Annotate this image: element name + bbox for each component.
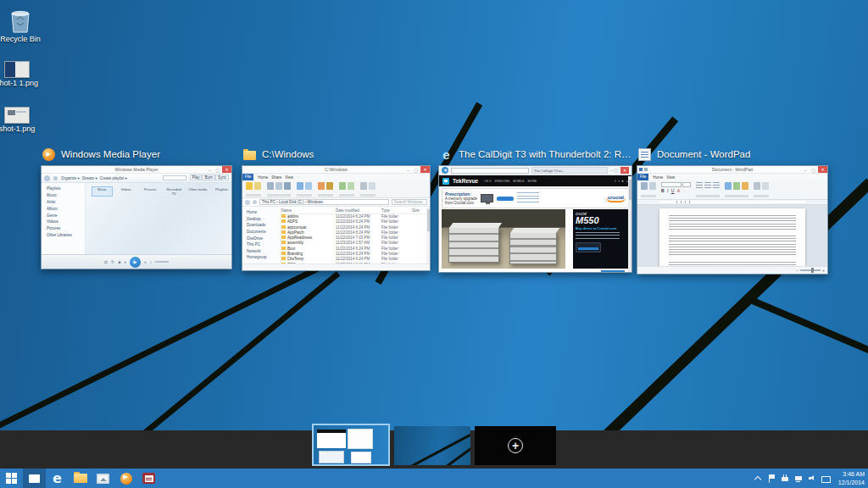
windows-logo-icon <box>6 473 17 484</box>
internet-explorer-icon: e <box>440 148 453 161</box>
scrollbar <box>628 176 632 272</box>
crucial-m550-ad: crucial M550 Buy direct at Crucial.com <box>573 209 629 269</box>
taskview-thumbnail-wmp[interactable]: Windows Media Player Windows Media Playe… <box>41 146 232 269</box>
wordpad-ribbon: B I U A <box>637 180 827 200</box>
tray-date: 12/1/2014 <box>838 479 865 486</box>
zoom-slider: −+ <box>796 269 825 272</box>
wmp-window-preview: Windows Media Player– ▢✕ Organize ▾Strea… <box>41 165 232 269</box>
start-button[interactable] <box>0 469 23 488</box>
wmp-category-tile: Recorded TV <box>164 187 184 196</box>
thumbnail-title: The CalDigit T3 with Thunderbolt 2: Revi… <box>459 149 632 159</box>
explorer-address-bar: This PC › Local Disk (C:) › Windows Sear… <box>242 198 430 207</box>
monitor-graphic <box>481 194 493 202</box>
taskbar-clock[interactable]: 3:46 AM 12/1/2014 <box>835 470 865 486</box>
taskbar-icon-internet-explorer[interactable]: e <box>46 469 69 488</box>
plus-icon: + <box>508 438 523 453</box>
wmp-category-tile: Playlists <box>212 187 231 196</box>
network-icon[interactable] <box>794 474 803 483</box>
tray-time: 3:46 AM <box>838 470 865 478</box>
thumbnail-title: Document - WordPad <box>657 149 750 159</box>
taskbar: e 3:46 AM 12/1/2014 <box>0 469 868 488</box>
taskbar-icon-wordpad[interactable] <box>137 469 160 488</box>
wallpaper-beam <box>0 258 337 432</box>
wallpaper-beam <box>751 297 868 353</box>
thumbnail-titlebar: Windows Media Player <box>41 146 232 163</box>
wordpad-page <box>659 208 805 266</box>
desktop-screen: Recycle Bin shot-1 1.png shot-1.png Wind… <box>0 0 868 488</box>
desktop-icon-recycle-bin[interactable]: Recycle Bin <box>0 5 47 44</box>
wmp-icon <box>120 473 132 485</box>
volume-icon[interactable] <box>808 474 816 483</box>
recycle-bin-icon <box>0 5 47 34</box>
explorer-search-box: Search Windows <box>392 199 427 205</box>
wordpad-status-bar: −+ <box>637 266 827 274</box>
wmp-play-button: ▶ <box>130 257 141 268</box>
taskbar-icon-photos[interactable] <box>92 469 114 488</box>
search-heading: SEARCH <box>444 271 470 273</box>
task-view-icon <box>29 474 40 483</box>
ie-tab: The CalDigit T3 wi... <box>531 167 608 174</box>
desktop-icon-shot-1[interactable]: shot-1.png <box>0 95 44 134</box>
caldigit-article-photo <box>442 209 565 269</box>
power-icon[interactable] <box>781 474 789 483</box>
explorer-window-preview: C:\Windows– ▢✕ File HomeShareView This P… <box>242 165 431 271</box>
task-view-button[interactable] <box>23 469 46 488</box>
wmp-library-area: Music Videos Pictures Recorded TV Other … <box>86 183 231 254</box>
desktop-icon-label: shot-1.png <box>0 125 44 134</box>
add-desktop-button[interactable]: + <box>475 426 556 465</box>
wordpad-window-preview: Document - WordPad– ▢✕ File HomeView B I… <box>637 165 828 274</box>
wmp-toolbar: Organize ▾Stream ▾Create playlist ▾ Play… <box>42 174 231 183</box>
photos-icon <box>97 474 109 484</box>
wmp-category-tile: Pictures <box>140 187 159 196</box>
wordpad-document-area <box>637 205 827 266</box>
wordpad-icon <box>638 148 651 161</box>
thumbnail-titlebar: C:\Windows <box>242 146 431 163</box>
action-center-flag-icon[interactable] <box>767 474 776 483</box>
wordpad-icon <box>142 473 155 484</box>
ssd-graphic <box>576 242 601 252</box>
explorer-status-bar <box>242 263 430 270</box>
folder-icon <box>74 474 87 483</box>
thumbnail-title: C:\Windows <box>262 149 314 159</box>
back-icon: ◀ <box>442 167 448 174</box>
tekrevue-header: TekRevue OS XWINDOWSMOBILEMORE ft♦⌂ <box>439 175 632 186</box>
explorer-ribbon <box>242 180 430 198</box>
taskview-thumbnail-wordpad[interactable]: Document - WordPad Document - WordPad– ▢… <box>637 146 828 274</box>
social-icons: ft♦⌂ <box>615 179 628 183</box>
taskbar-icon-file-explorer[interactable] <box>69 469 92 488</box>
tekrevue-logo-icon <box>442 178 449 185</box>
desktop-thumbnail-1-selected[interactable] <box>312 424 390 466</box>
wmp-sidebar: PlaylistsMusicArtistAlbumGenreVideosPict… <box>42 183 86 254</box>
crucial-ad-banner: Prescription: A memory upgrade from Cruc… <box>442 188 629 208</box>
desktop-icon-label: shot-1 1.png <box>0 80 44 88</box>
explorer-nav-pane: HomeDesktopDownloadsDocumentsOneDriveThi… <box>242 208 281 263</box>
wmp-icon <box>42 148 55 161</box>
show-hidden-icons-chevron[interactable] <box>754 474 762 483</box>
wmp-search-box <box>163 175 186 180</box>
image-file-icon <box>4 61 30 78</box>
image-file-icon <box>4 107 30 124</box>
thumbnail-titlebar: Document - WordPad <box>637 146 828 163</box>
desktop-icon-label: Recycle Bin <box>0 36 47 44</box>
wmp-category-tile: Music <box>92 187 112 196</box>
wmp-playback-controls: ⇄↻■« ▶ »♪ <box>42 254 231 269</box>
taskview-thumbnail-ie[interactable]: e The CalDigit T3 with Thunderbolt 2: Re… <box>438 146 632 273</box>
wmp-category-tile: Videos <box>116 187 136 196</box>
touch-keyboard-icon[interactable] <box>821 474 830 483</box>
ad-bullet-lines <box>517 192 539 204</box>
wmp-category-tile: Other media <box>188 187 208 196</box>
ie-address-box <box>451 168 529 174</box>
taskview-thumbnail-explorer[interactable]: C:\Windows C:\Windows– ▢✕ File HomeShare… <box>242 146 431 271</box>
ie-window-preview: ◀ The CalDigit T3 wi... – ▢✕ TekRevue OS… <box>438 165 632 273</box>
folder-icon <box>243 151 256 160</box>
scrollbar <box>426 208 430 263</box>
system-tray: 3:46 AM 12/1/2014 <box>754 470 868 486</box>
desktop-thumbnail-2[interactable] <box>394 426 470 465</box>
taskbar-icon-media-player[interactable] <box>114 469 137 488</box>
explorer-file-list: NameDate modifiedTypeSize addins 11/22/2… <box>281 208 426 263</box>
internet-explorer-icon: e <box>53 470 62 486</box>
desktop-icon-shot-1-1[interactable]: shot-1 1.png <box>0 49 44 88</box>
thumbnail-title: Windows Media Player <box>61 149 160 159</box>
explorer-ribbon-tabs: File HomeShareView <box>242 174 430 180</box>
ie-browser-chrome: ◀ The CalDigit T3 wi... – ▢✕ <box>439 166 632 175</box>
